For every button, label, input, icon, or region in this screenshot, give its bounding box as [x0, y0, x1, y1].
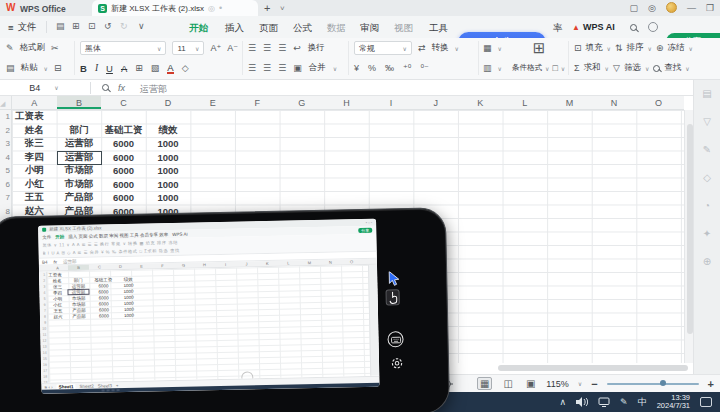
- row-header[interactable]: 2: [0, 124, 11, 138]
- row-header[interactable]: 5: [0, 164, 11, 178]
- paste-button[interactable]: 粘贴: [21, 62, 38, 74]
- filter-button[interactable]: 筛选: [624, 62, 641, 74]
- phone-screen[interactable]: 新建 XLSX 工作表 (2).xlsx • ▫ ▫ 文件 开始 插入 页面 公…: [38, 219, 379, 394]
- shading-button[interactable]: ▧: [151, 63, 160, 73]
- cell-c[interactable]: 6000: [101, 191, 146, 205]
- cell-a[interactable]: 姓名: [12, 124, 57, 138]
- column-header[interactable]: I: [369, 96, 414, 110]
- cell-a[interactable]: 张三: [12, 137, 57, 151]
- globe-icon[interactable]: ◎: [648, 3, 656, 13]
- wps-ai-button[interactable]: WPS AI: [583, 22, 615, 32]
- column-header[interactable]: O: [636, 96, 681, 110]
- sidebar-icon[interactable]: ✦: [703, 228, 711, 239]
- tab-formula[interactable]: 公式: [290, 20, 315, 37]
- touch-mode-icon[interactable]: [386, 289, 400, 305]
- save-icon[interactable]: ▤: [56, 21, 65, 31]
- tab-review[interactable]: 审阅: [357, 20, 382, 37]
- sidebar-icon[interactable]: ◔: [704, 200, 710, 211]
- sort-button[interactable]: 排序: [627, 42, 644, 54]
- formula-value[interactable]: 运营部: [140, 83, 167, 96]
- convert-caret-icon[interactable]: ∨: [455, 45, 459, 52]
- cell-a[interactable]: 工资表: [12, 110, 57, 124]
- search-icon[interactable]: [630, 24, 637, 31]
- horizontal-scroll-thumb[interactable]: [498, 365, 688, 371]
- column-header[interactable]: H: [324, 96, 369, 110]
- column-header[interactable]: C: [101, 96, 146, 110]
- row-header[interactable]: 6: [0, 178, 11, 192]
- minimize-button[interactable]: —: [687, 3, 696, 13]
- new-tab-button[interactable]: +: [264, 2, 270, 14]
- vertical-scrollbar[interactable]: [684, 110, 693, 363]
- view-normal-button[interactable]: ▦: [477, 377, 492, 390]
- align-right-icon[interactable]: ☰: [278, 43, 286, 53]
- zoom-caret-icon[interactable]: ∨: [578, 380, 582, 387]
- freeze-button[interactable]: 冻结: [667, 42, 684, 54]
- align-left-icon[interactable]: ☰: [248, 43, 256, 53]
- cell-c[interactable]: 6000: [101, 178, 146, 192]
- currency-button[interactable]: ¥: [354, 63, 359, 73]
- copy-icon[interactable]: ⊟: [54, 63, 62, 73]
- file-menu[interactable]: ≡ 文件: [8, 21, 37, 34]
- paste-caret-icon[interactable]: ∨: [44, 65, 48, 72]
- clock[interactable]: 13:39 2024/7/31: [657, 394, 690, 411]
- column-header[interactable]: D: [146, 96, 191, 110]
- italic-button[interactable]: I: [95, 63, 98, 73]
- valign-top-icon[interactable]: ☰: [248, 63, 256, 73]
- font-name-select[interactable]: 黑体 ∨: [80, 41, 166, 55]
- volume-icon[interactable]: [576, 397, 588, 407]
- name-box[interactable]: B4 ∨: [0, 80, 88, 95]
- column-header[interactable]: M: [547, 96, 592, 110]
- column-header[interactable]: F: [235, 96, 280, 110]
- cell-a[interactable]: 王五: [12, 191, 57, 205]
- highlight-button[interactable]: ◇: [182, 63, 189, 73]
- quickbar-caret-icon[interactable]: ∨: [138, 21, 145, 31]
- valign-bottom-icon[interactable]: ☰: [278, 63, 286, 73]
- sidebar-icon[interactable]: ⊕: [703, 256, 711, 267]
- cell-d[interactable]: 1000: [146, 178, 191, 192]
- zoom-level[interactable]: 115%: [546, 379, 568, 389]
- tab-efficiency-partial[interactable]: 率: [550, 20, 566, 37]
- tab-page[interactable]: 页面: [256, 20, 281, 37]
- cell-a[interactable]: 李四: [12, 151, 57, 165]
- tab-insert[interactable]: 插入: [222, 20, 247, 37]
- column-header[interactable]: G: [280, 96, 325, 110]
- cell-a[interactable]: 小明: [12, 164, 57, 178]
- keyboard-icon[interactable]: [387, 331, 403, 347]
- shrink-font-button[interactable]: A⁻: [227, 43, 238, 53]
- percent-button[interactable]: %: [368, 63, 376, 73]
- row-header[interactable]: 4: [0, 151, 11, 165]
- sidebar-icon[interactable]: ✎: [703, 144, 711, 155]
- network-icon[interactable]: [598, 397, 610, 407]
- print-icon[interactable]: ⊡: [88, 21, 96, 31]
- cell-c[interactable]: [101, 110, 146, 124]
- cell-a[interactable]: 小红: [12, 178, 57, 192]
- zoom-in-button[interactable]: +: [708, 378, 714, 390]
- align-center-icon[interactable]: ☰: [263, 43, 271, 53]
- cell-b[interactable]: [57, 110, 102, 124]
- column-header[interactable]: A: [12, 96, 57, 110]
- pen-icon[interactable]: ✎: [620, 397, 628, 407]
- column-header[interactable]: J: [413, 96, 458, 110]
- view-page-break-button[interactable]: ▣: [524, 378, 537, 389]
- tab-tools[interactable]: 工具: [426, 20, 451, 37]
- number-format-select[interactable]: 常规 ∨: [354, 41, 412, 55]
- cell-d[interactable]: 1000: [146, 137, 191, 151]
- row-col-caret-icon[interactable]: ∨: [498, 45, 502, 52]
- valign-middle-icon[interactable]: ☰: [263, 63, 271, 73]
- grow-font-button[interactable]: A⁺: [210, 43, 221, 53]
- layout-icon[interactable]: ▢: [630, 3, 639, 13]
- column-header[interactable]: K: [458, 96, 503, 110]
- strikethrough-button[interactable]: A: [121, 63, 127, 74]
- table-style-icon[interactable]: ⊞: [533, 39, 546, 57]
- restore-button[interactable]: ❐: [706, 3, 714, 13]
- avatar[interactable]: [666, 2, 677, 13]
- cell-b[interactable]: 市场部: [57, 178, 102, 192]
- decrease-decimal-button[interactable]: ⁰⁻: [420, 63, 428, 73]
- cell-b[interactable]: 产品部: [57, 191, 102, 205]
- column-header[interactable]: E: [190, 96, 235, 110]
- zoom-out-button[interactable]: −: [591, 378, 597, 390]
- underline-button[interactable]: U: [106, 63, 113, 74]
- fill-button[interactable]: 填充: [586, 42, 603, 54]
- phone-mirror-window[interactable]: 新建 XLSX 工作表 (2).xlsx • ▫ ▫ 文件 开始 插入 页面 公…: [0, 207, 450, 412]
- feedback-icon[interactable]: [648, 22, 658, 32]
